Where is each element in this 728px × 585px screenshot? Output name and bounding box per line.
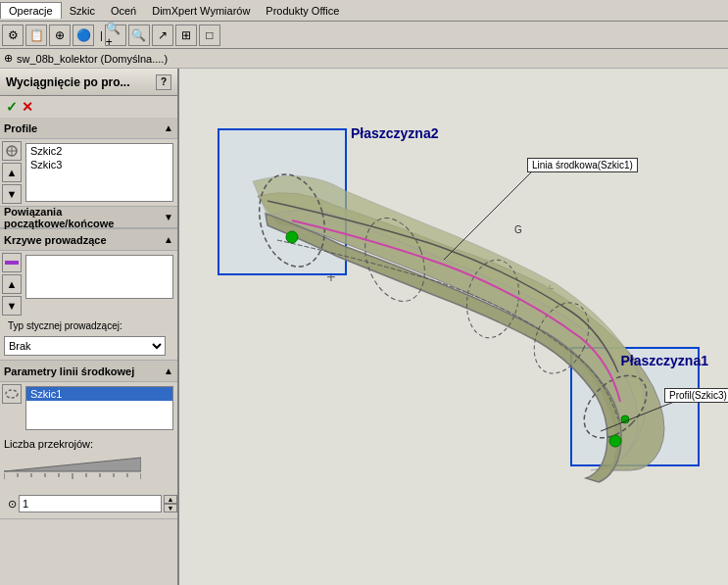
menu-ocen[interactable]: Oceń	[103, 3, 144, 19]
profile-item-szkic2[interactable]: Szkic2	[26, 144, 172, 158]
guide-icons-col: ▲ ▼	[2, 253, 22, 316]
feature-panel-header: Wyciągnięcie po pro... ?	[0, 69, 177, 96]
num-input-row: ⊙ ▲ ▼	[4, 493, 173, 514]
crosssection-count-input[interactable]	[19, 495, 162, 512]
svg-rect-3	[5, 261, 19, 265]
window-btn[interactable]: □	[199, 24, 220, 46]
3d-viewport[interactable]: 🔍 🔍 ↗ ⊞ □ + +	[179, 69, 728, 585]
left-panel: Wyciągnięcie po pro... ? ✓ ✕ Profile ▲ ▲…	[0, 69, 179, 585]
centerline-title: Parametry linii środkowej	[4, 366, 134, 377]
tree-icon: ⊕	[4, 52, 13, 65]
centerline-item[interactable]: Szkic1	[26, 387, 172, 401]
profile-icon-col: ▲ ▼	[2, 141, 22, 204]
centerline-section: Parametry linii środkowej ▲ Szkic1 Liczb…	[0, 361, 177, 519]
relations-section: Powiązania początkowe/końcowe ▼	[0, 207, 177, 229]
grid-btn[interactable]: ⊞	[175, 24, 197, 46]
toolbar-btn-1[interactable]: ⚙	[2, 24, 24, 46]
menu-produkty[interactable]: Produkty Office	[258, 3, 347, 19]
zoom-in-btn[interactable]: 🔍+	[105, 24, 126, 46]
guide-curves-content: ▲ ▼	[0, 251, 177, 317]
profile-list: Szkic2 Szkic3	[25, 143, 173, 202]
guide-curves-collapse-icon: ▲	[164, 234, 173, 245]
tangency-label: Typ stycznej prowadzącej:	[4, 319, 126, 332]
spin-down-btn[interactable]: ▼	[164, 504, 177, 512]
annotation-linia-srodkowa: Linia środkowa(Szkic1)	[527, 158, 638, 172]
profile-section-title: Profile	[4, 122, 37, 134]
slider-section: Liczba przekrojów:	[0, 434, 177, 518]
svg-point-28	[286, 231, 298, 243]
svg-marker-5	[4, 458, 141, 471]
title-bar: ⊕ sw_08b_kolektor (Domyślna....)	[0, 49, 728, 69]
feature-title: Wyciągnięcie po pro...	[6, 75, 129, 89]
svg-point-29	[609, 435, 621, 447]
relations-header[interactable]: Powiązania początkowe/końcowe ▼	[0, 207, 177, 228]
guide-curves-header[interactable]: Krzywe prowadzące ▲	[0, 229, 177, 251]
toolbar-btn-4[interactable]: 🔵	[73, 24, 94, 46]
confirm-button[interactable]: ✓	[6, 99, 18, 115]
centerline-header[interactable]: Parametry linii środkowej ▲	[0, 361, 177, 382]
guide-up-icon[interactable]: ▲	[2, 274, 22, 294]
spin-up-btn[interactable]: ▲	[164, 495, 177, 504]
profile-sketch-icon[interactable]	[2, 141, 22, 161]
num-input-icon: ⊙	[8, 498, 17, 511]
label-plaszczyzna2: Płaszczyzna2	[351, 125, 439, 141]
profile-section: Profile ▲ ▲ ▼ Szkic2 Szkic3	[0, 118, 177, 207]
slider-label: Liczba przekrojów:	[4, 438, 173, 450]
annotation-profil-szkic3: Profil(Szkic3)	[664, 388, 728, 403]
filename-label: sw_08b_kolektor (Domyślna....)	[17, 53, 168, 65]
menu-szkic[interactable]: Szkic	[62, 3, 103, 19]
profile-down-icon[interactable]: ▼	[2, 184, 22, 204]
toolbar-btn-3[interactable]: ⊕	[49, 24, 71, 46]
tangency-row: Typ stycznej prowadzącej:	[0, 317, 177, 334]
guide-down-icon[interactable]: ▼	[2, 296, 22, 316]
profile-item-szkic3[interactable]: Szkic3	[26, 158, 172, 171]
main-layout: Wyciągnięcie po pro... ? ✓ ✕ Profile ▲ ▲…	[0, 69, 728, 585]
main-toolbar: ⚙ 📋 ⊕ 🔵 | 🔍+ 🔍 ↗ ⊞ □	[0, 22, 728, 49]
profile-collapse-icon: ▲	[164, 122, 173, 133]
toolbar-separator: |	[100, 29, 103, 41]
3d-shape-svg: + +	[179, 69, 728, 585]
centerline-list: Szkic1	[25, 386, 173, 430]
menu-operacje[interactable]: Operacje	[0, 2, 62, 19]
toolbar-btn-2[interactable]: 📋	[25, 24, 47, 46]
help-icon[interactable]: ?	[156, 74, 171, 90]
profile-section-header[interactable]: Profile ▲	[0, 118, 177, 139]
profile-up-icon[interactable]: ▲	[2, 163, 22, 182]
cancel-button[interactable]: ✕	[22, 99, 33, 115]
tangency-select[interactable]: Brak	[4, 336, 166, 356]
slider-triangle-graphic	[4, 454, 141, 473]
centerline-content: Szkic1	[0, 382, 177, 434]
guide-curves-list[interactable]	[25, 255, 173, 299]
guide-curve-add-icon[interactable]	[2, 253, 22, 272]
centerline-collapse-icon: ▲	[164, 366, 173, 376]
svg-text:G: G	[514, 224, 522, 235]
tangency-dropdown-row: Brak	[0, 334, 177, 360]
profile-content: ▲ ▼ Szkic2 Szkic3	[0, 139, 177, 206]
menu-bar: Operacje Szkic Oceń DimXpert Wymiarów Pr…	[0, 0, 728, 22]
relations-title: Powiązania początkowe/końcowe	[4, 206, 164, 229]
menu-dimxpert[interactable]: DimXpert Wymiarów	[144, 3, 258, 19]
label-plaszczyzna1: Płaszczyzna1	[621, 353, 709, 368]
centerline-sketch-icon[interactable]	[2, 384, 22, 404]
slider-ticks	[4, 473, 141, 487]
guide-curves-section: Krzywe prowadzące ▲ ▲ ▼ Typ stycznej pro…	[0, 229, 177, 361]
centerline-icons-col	[2, 384, 22, 432]
view-btn[interactable]: ↗	[152, 24, 173, 46]
check-cancel-row: ✓ ✕	[0, 96, 177, 118]
relations-collapse-icon: ▼	[164, 212, 173, 222]
zoom-out-btn[interactable]: 🔍	[128, 24, 150, 46]
spin-buttons: ▲ ▼	[164, 495, 177, 512]
svg-point-4	[6, 390, 18, 398]
guide-curves-title: Krzywe prowadzące	[4, 234, 107, 246]
slider-container	[4, 454, 173, 489]
